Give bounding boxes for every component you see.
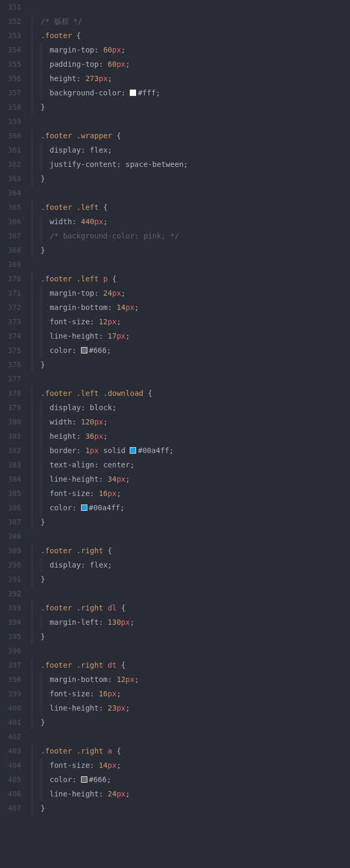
code-line[interactable]: font-size: 12px; — [32, 315, 350, 329]
code-line[interactable]: color: #666; — [32, 773, 350, 787]
code-line[interactable] — [32, 644, 350, 658]
token-brace: { — [116, 747, 121, 755]
token-num: 16 — [98, 489, 107, 498]
code-line[interactable]: .footer .wrapper { — [32, 129, 350, 143]
token-selector-tag: p — [103, 274, 107, 283]
indent-guide — [32, 229, 32, 243]
indent-guide — [41, 57, 41, 72]
code-area[interactable]: /* 版权 */ .footer { margin-top: 60px; pad… — [32, 0, 350, 816]
code-line[interactable]: } — [32, 243, 350, 258]
code-line[interactable]: /* background-color: pink; */ — [32, 229, 350, 243]
indent-guide — [41, 286, 41, 300]
indent-guide — [32, 701, 32, 715]
code-line[interactable]: color: #666; — [32, 343, 350, 358]
code-line[interactable]: display: block; — [32, 401, 350, 415]
code-line[interactable] — [32, 114, 350, 129]
code-line[interactable]: color: #00a4ff; — [32, 501, 350, 515]
token-prop: display — [50, 561, 81, 569]
code-line[interactable]: height: 36px; — [32, 429, 350, 444]
code-line[interactable]: } — [32, 358, 350, 372]
token-semi: ; — [103, 432, 107, 440]
code-line[interactable]: .footer .left p { — [32, 272, 350, 286]
line-number: 403 — [0, 744, 21, 758]
token-prop: line-height — [50, 790, 99, 798]
indent-guide — [32, 672, 32, 687]
code-line[interactable]: } — [32, 630, 350, 644]
indent-guide — [41, 415, 41, 429]
token-value: space-between — [125, 160, 184, 169]
indent-guide — [41, 143, 41, 157]
code-line[interactable]: .footer .left { — [32, 200, 350, 215]
code-line[interactable] — [32, 186, 350, 200]
code-line[interactable]: width: 120px; — [32, 415, 350, 429]
code-line[interactable]: font-size: 16px; — [32, 486, 350, 501]
token-colon: : — [81, 561, 90, 569]
code-line[interactable]: font-size: 16px; — [32, 687, 350, 701]
code-line[interactable]: } — [32, 715, 350, 730]
token-hex: #fff — [138, 88, 156, 97]
code-line[interactable]: } — [32, 572, 350, 587]
token-unit: px — [98, 74, 107, 83]
code-line[interactable]: line-height: 24px; — [32, 787, 350, 801]
code-line[interactable]: } — [32, 100, 350, 114]
code-line[interactable] — [32, 529, 350, 544]
code-line[interactable]: .footer .right dl { — [32, 601, 350, 615]
code-line[interactable]: .footer .left .download { — [32, 386, 350, 401]
code-line[interactable]: font-size: 14px; — [32, 758, 350, 773]
token-brace: { — [116, 131, 121, 140]
token-prop: display — [50, 146, 81, 154]
token-semi: ; — [106, 775, 111, 784]
code-line[interactable]: margin-top: 60px; — [32, 43, 350, 57]
indent-guide — [32, 572, 32, 587]
line-number: 379 — [0, 401, 21, 415]
code-line[interactable]: .footer .right a { — [32, 744, 350, 758]
token-prop: width — [50, 418, 72, 426]
indent-guide — [32, 515, 32, 529]
token-prop: line-height — [50, 332, 99, 340]
code-line[interactable]: height: 273px; — [32, 72, 350, 86]
token-semi: ; — [134, 303, 139, 312]
token-semi: ; — [107, 74, 112, 83]
token-colon: : — [90, 761, 99, 769]
token-colon: : — [98, 332, 107, 340]
code-line[interactable]: justify-content: space-between; — [32, 157, 350, 172]
token-brace: } — [41, 360, 45, 369]
code-line[interactable]: text-align: center; — [32, 458, 350, 472]
code-line[interactable]: margin-left: 130px; — [32, 615, 350, 630]
code-line[interactable]: margin-top: 24px; — [32, 286, 350, 300]
token-semi: ; — [130, 460, 134, 469]
code-line[interactable]: .footer .right { — [32, 544, 350, 558]
code-line[interactable]: line-height: 23px; — [32, 701, 350, 715]
token-semi: ; — [184, 160, 188, 169]
code-line[interactable]: } — [32, 515, 350, 529]
line-number: 355 — [0, 57, 21, 72]
indent-guide — [32, 715, 32, 730]
indent-guide — [41, 72, 41, 86]
line-number: 370 — [0, 272, 21, 286]
code-line[interactable]: line-height: 34px; — [32, 472, 350, 486]
code-line[interactable]: } — [32, 172, 350, 186]
code-line[interactable] — [32, 372, 350, 386]
code-line[interactable]: background-color: #fff; — [32, 86, 350, 100]
line-number: 396 — [0, 644, 21, 658]
code-line[interactable]: line-height: 17px; — [32, 329, 350, 343]
token-semi: ; — [106, 346, 111, 355]
code-line[interactable] — [32, 587, 350, 601]
code-line[interactable]: .footer { — [32, 29, 350, 43]
code-line[interactable]: margin-bottom: 12px; — [32, 672, 350, 687]
code-line[interactable] — [32, 0, 350, 14]
code-line[interactable]: margin-bottom: 14px; — [32, 300, 350, 315]
code-line[interactable]: border: 1px solid #00a4ff; — [32, 444, 350, 458]
line-number: 365 — [0, 200, 21, 215]
code-line[interactable]: .footer .right dt { — [32, 658, 350, 672]
code-line[interactable] — [32, 730, 350, 744]
code-line[interactable]: display: flex; — [32, 143, 350, 157]
code-editor[interactable]: 3513523533543553563573583593603613623633… — [0, 0, 350, 816]
code-line[interactable]: padding-top: 60px; — [32, 57, 350, 72]
code-line[interactable]: display: flex; — [32, 558, 350, 572]
code-line[interactable]: } — [32, 801, 350, 816]
code-line[interactable]: /* 版权 */ — [32, 14, 350, 29]
code-line[interactable] — [32, 258, 350, 272]
token-semi: ; — [116, 489, 121, 498]
code-line[interactable]: width: 440px; — [32, 215, 350, 229]
